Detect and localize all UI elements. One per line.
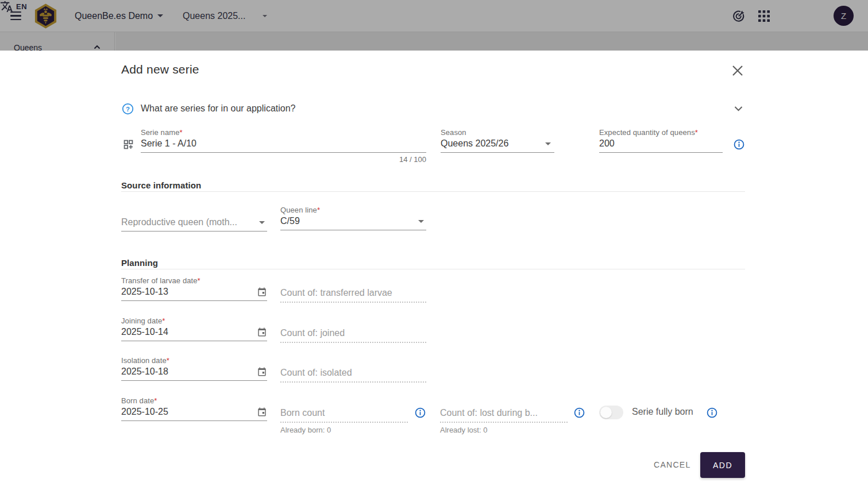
character-counter: 14 / 100 [141,155,426,164]
modal-backdrop[interactable] [0,0,868,51]
serie-name-value[interactable]: Serie 1 - A/10 [141,137,426,153]
expected-quantity-field[interactable]: Expected quantity of queens* 200 [599,128,723,153]
date-label: Born date [121,396,154,405]
born-date-field[interactable]: Born date* 2025-10-25 [121,396,267,421]
queen-line-label: Queen line [280,206,317,214]
season-label: Season [441,128,554,137]
date-value: 2025-10-14 [121,327,168,337]
background-app-zone: QueenBe.es Demo Queens 2025... [0,0,868,51]
required-asterisk: * [695,128,698,137]
calendar-icon[interactable] [257,366,267,377]
help-question-text[interactable]: What are series for in our application? [141,103,295,114]
isolation-date-field[interactable]: Isolation date* 2025-10-18 [121,356,267,381]
date-label: Isolation date [121,356,167,365]
expected-quantity-label: Expected quantity of queens [599,128,695,137]
chevron-down-icon [259,221,265,224]
season-value: Queens 2025/26 [441,138,508,149]
help-question-icon[interactable]: ? [122,103,134,115]
already-lost-hint: Already lost: 0 [440,426,487,434]
count-joined-field[interactable]: Count of: joined [280,326,426,343]
serie-fully-born-toggle[interactable] [599,406,623,419]
dialog-title: Add new serie [121,63,199,76]
season-select-field[interactable]: Season Queens 2025/26 [441,128,554,153]
calendar-icon[interactable] [257,327,267,337]
transfer-larvae-date-field[interactable]: Transfer of larvae date* 2025-10-13 [121,276,267,301]
count-placeholder[interactable]: Count of: isolated [280,366,426,383]
section-divider [121,269,745,269]
born-count-placeholder[interactable]: Born count [280,406,408,423]
info-icon[interactable] [415,407,426,418]
born-count-field[interactable]: Born count [280,406,408,423]
count-placeholder[interactable]: Count of: joined [280,326,426,343]
required-asterisk: * [167,356,169,365]
info-icon[interactable] [707,407,717,418]
toggle-knob [600,407,612,418]
count-transferred-larvae-field[interactable]: Count of: transferred larvae [280,286,426,303]
date-label: Joining date [121,317,162,325]
lost-count-placeholder[interactable]: Count of: lost during b... [440,406,568,423]
chevron-down-icon[interactable] [734,105,743,113]
add-button[interactable]: ADD [700,452,745,478]
source-section-header: Source information [121,180,201,190]
add-new-serie-dialog: Add new serie ? What are series for in o… [0,51,868,490]
cancel-button[interactable]: CANCEL [645,455,700,474]
chevron-down-icon [545,142,551,145]
calendar-icon[interactable] [257,287,267,297]
serie-fully-born-label: Serie fully born [632,407,693,417]
required-asterisk: * [198,276,200,285]
info-icon[interactable] [574,407,585,418]
svg-text:?: ? [126,106,130,113]
info-icon[interactable] [734,139,744,150]
date-value: 2025-10-18 [121,366,168,377]
count-placeholder[interactable]: Count of: transferred larvae [280,286,426,303]
date-label: Transfer of larvae date [121,276,198,285]
required-asterisk: * [317,206,320,214]
date-value: 2025-10-25 [121,407,168,417]
required-asterisk: * [179,128,182,137]
lost-during-birth-count-field[interactable]: Count of: lost during b... [440,406,568,423]
already-born-hint: Already born: 0 [280,426,331,434]
serie-name-field[interactable]: Serie name* Serie 1 - A/10 14 / 100 [141,128,426,164]
reproductive-queen-placeholder: Reproductive queen (moth... [121,217,237,227]
queen-line-value: C/59 [280,216,300,226]
queen-line-select[interactable]: Queen line* C/59 [280,206,426,230]
planning-section-header: Planning [121,258,158,268]
expected-quantity-value[interactable]: 200 [599,137,723,153]
chevron-down-icon [418,220,424,223]
date-value: 2025-10-13 [121,287,168,297]
calendar-icon[interactable] [257,407,267,417]
required-asterisk: * [162,317,165,325]
close-icon[interactable] [731,64,744,78]
joining-date-field[interactable]: Joining date* 2025-10-14 [121,317,267,341]
reproductive-queen-select[interactable]: Reproductive queen (moth... [121,215,267,232]
serie-name-label: Serie name [141,128,179,137]
section-divider [121,191,745,192]
count-isolated-field[interactable]: Count of: isolated [280,366,426,383]
required-asterisk: * [154,396,157,405]
serie-grid-add-icon [123,139,134,150]
